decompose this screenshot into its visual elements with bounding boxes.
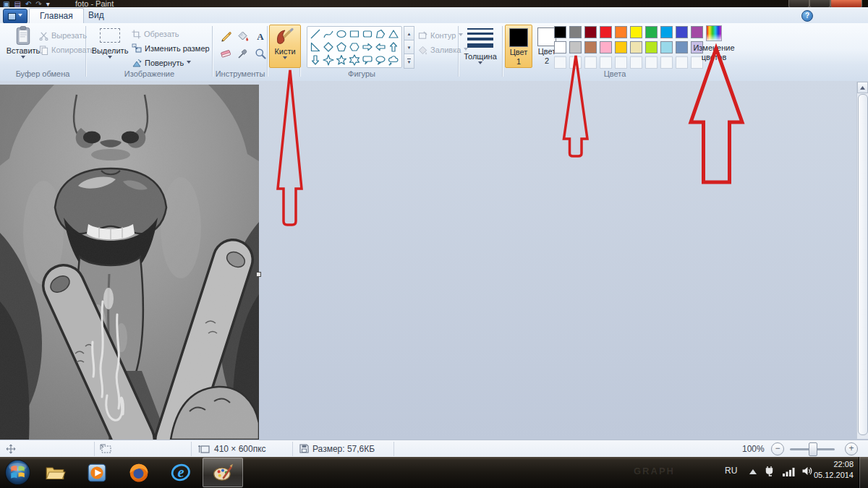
brushes-button[interactable]: Кисти bbox=[269, 25, 301, 68]
palette-swatch[interactable] bbox=[569, 41, 582, 53]
palette-empty-slot[interactable] bbox=[615, 56, 627, 69]
zoom-out-button[interactable]: − bbox=[771, 442, 784, 455]
tray-language-indicator[interactable]: RU bbox=[725, 466, 737, 476]
fill-tool[interactable] bbox=[234, 27, 252, 45]
palette-swatch[interactable] bbox=[600, 26, 612, 38]
select-button[interactable]: Выделить bbox=[91, 25, 129, 61]
redo-button[interactable]: ↷ bbox=[35, 0, 41, 7]
palette-swatch[interactable] bbox=[645, 41, 658, 53]
zoom-in-button[interactable]: + bbox=[845, 442, 858, 455]
shape-arrow-down[interactable] bbox=[310, 54, 323, 67]
palette-swatch[interactable] bbox=[630, 41, 642, 53]
undo-button[interactable]: ↶ bbox=[25, 0, 31, 7]
taskbar: e GRAPH RU 22:08 05.12.2014 bbox=[0, 457, 868, 488]
shape-callout-oval[interactable] bbox=[375, 54, 388, 67]
magnifier-tool[interactable] bbox=[252, 45, 269, 62]
shape-callout-cloud[interactable] bbox=[388, 54, 401, 67]
canvas[interactable] bbox=[0, 85, 259, 440]
color-picker-tool[interactable] bbox=[234, 45, 252, 62]
palette-empty-slot[interactable] bbox=[554, 56, 566, 69]
palette-swatch[interactable] bbox=[645, 26, 658, 38]
palette-swatch[interactable] bbox=[660, 41, 673, 53]
shape-arrow-up[interactable] bbox=[388, 41, 401, 54]
taskbar-paint-button[interactable] bbox=[203, 458, 243, 487]
shape-arrow-left[interactable] bbox=[375, 41, 388, 54]
shape-arrow-right[interactable] bbox=[362, 41, 375, 54]
palette-swatch[interactable] bbox=[554, 26, 566, 38]
tray-power-icon[interactable] bbox=[764, 466, 775, 477]
color2-number: 2 bbox=[545, 56, 549, 65]
palette-swatch[interactable] bbox=[600, 41, 612, 53]
palette-swatch[interactable] bbox=[584, 41, 597, 53]
qat-dropdown[interactable]: ▾ bbox=[46, 0, 50, 7]
save-button[interactable]: ▤ bbox=[14, 0, 20, 7]
shape-rounded-rectangle[interactable] bbox=[362, 28, 375, 41]
palette-swatch[interactable] bbox=[584, 26, 597, 38]
outline-button[interactable]: Контур bbox=[418, 30, 463, 41]
help-icon[interactable]: ? bbox=[801, 10, 813, 22]
text-tool[interactable]: A bbox=[252, 27, 269, 45]
palette-swatch[interactable] bbox=[630, 26, 642, 38]
shape-polygon[interactable] bbox=[375, 28, 388, 41]
palette-swatch[interactable] bbox=[554, 41, 566, 53]
eraser-tool[interactable] bbox=[217, 45, 234, 62]
copy-button[interactable]: Копировать bbox=[39, 44, 94, 56]
tray-network-icon[interactable] bbox=[783, 467, 796, 476]
taskbar-media-player-button[interactable] bbox=[77, 458, 117, 487]
tab-row: Главная Вид ? bbox=[0, 7, 868, 23]
shape-pentagon[interactable] bbox=[336, 41, 349, 54]
vertical-scrollbar[interactable] bbox=[856, 82, 868, 439]
taskbar-internet-explorer-button[interactable]: e bbox=[161, 458, 201, 487]
palette-swatch[interactable] bbox=[676, 41, 688, 53]
shape-diamond[interactable] bbox=[323, 41, 336, 54]
crop-button[interactable]: Обрезать bbox=[132, 28, 179, 40]
tray-hidden-icons-button[interactable] bbox=[749, 469, 757, 474]
palette-empty-slot[interactable] bbox=[676, 56, 688, 69]
palette-swatch[interactable] bbox=[660, 26, 673, 38]
shape-triangle[interactable] bbox=[388, 28, 401, 41]
palette-swatch[interactable] bbox=[615, 26, 627, 38]
shape-hexagon[interactable] bbox=[349, 41, 362, 54]
color1-button[interactable]: Цвет 1 bbox=[505, 25, 532, 68]
cut-button[interactable]: Вырезать bbox=[39, 30, 87, 41]
paste-button[interactable]: Вставить bbox=[6, 25, 41, 61]
scrollbar-thumb[interactable] bbox=[858, 94, 868, 435]
tab-home[interactable]: Главная bbox=[29, 8, 84, 24]
application-menu-button[interactable] bbox=[3, 9, 27, 24]
tray-clock[interactable]: 22:08 05.12.2014 bbox=[810, 459, 854, 481]
shapes-scroll-up-button[interactable]: ▲ bbox=[404, 26, 414, 41]
start-button[interactable] bbox=[2, 458, 33, 487]
palette-empty-slot[interactable] bbox=[630, 56, 642, 69]
shape-curve[interactable] bbox=[323, 28, 336, 41]
shape-callout-rounded[interactable] bbox=[362, 54, 375, 67]
palette-swatch[interactable] bbox=[676, 26, 688, 38]
shapes-expand-button[interactable]: ▼ bbox=[404, 53, 414, 69]
shape-right-triangle[interactable] bbox=[310, 41, 323, 54]
taskbar-explorer-button[interactable] bbox=[35, 458, 75, 487]
rotate-button[interactable]: Повернуть bbox=[132, 57, 191, 69]
canvas-resize-handle[interactable] bbox=[256, 272, 261, 277]
edit-colors-button[interactable]: Изменение цветов bbox=[689, 25, 739, 61]
palette-empty-slot[interactable] bbox=[584, 56, 597, 69]
palette-empty-slot[interactable] bbox=[645, 56, 658, 69]
show-desktop-button[interactable] bbox=[859, 457, 868, 488]
palette-swatch[interactable] bbox=[569, 26, 582, 38]
palette-empty-slot[interactable] bbox=[660, 56, 673, 69]
tab-view[interactable]: Вид bbox=[78, 8, 114, 23]
pencil-tool[interactable] bbox=[217, 27, 234, 45]
shape-star-6[interactable] bbox=[349, 54, 362, 67]
shape-rectangle[interactable] bbox=[349, 28, 362, 41]
palette-empty-slot[interactable] bbox=[569, 56, 582, 69]
palette-swatch[interactable] bbox=[615, 41, 627, 53]
shape-ellipse[interactable] bbox=[336, 28, 349, 41]
shape-star-4[interactable] bbox=[323, 54, 336, 67]
taskbar-firefox-button[interactable] bbox=[119, 458, 159, 487]
resize-button[interactable]: Изменить размер bbox=[132, 43, 210, 54]
zoom-slider-handle[interactable] bbox=[809, 442, 817, 456]
size-button[interactable]: Толщина bbox=[460, 25, 501, 67]
shape-star-5[interactable] bbox=[336, 54, 349, 67]
scroll-up-button[interactable] bbox=[857, 82, 868, 93]
palette-empty-slot[interactable] bbox=[600, 56, 612, 69]
shape-line[interactable] bbox=[310, 28, 323, 41]
shapes-scroll-down-button[interactable]: ▼ bbox=[404, 40, 414, 55]
